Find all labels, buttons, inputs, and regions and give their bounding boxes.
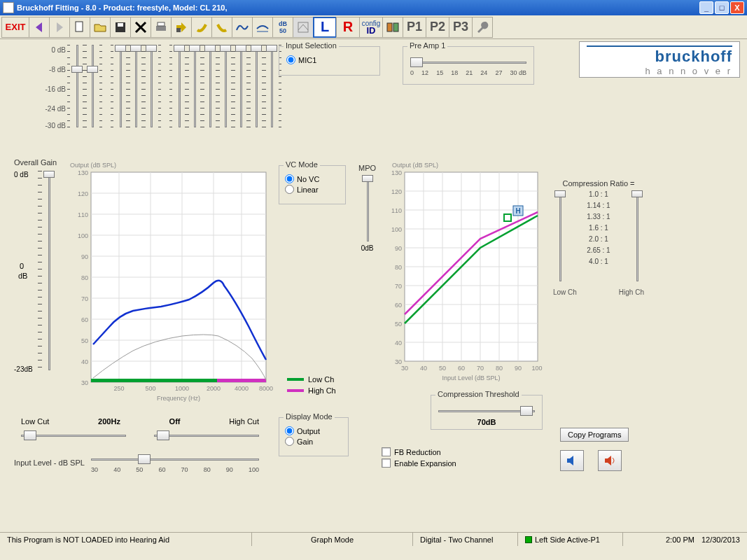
titlebar: Bruckhoff Fitting - 8.0 - Product: frees… — [0, 0, 747, 15]
cut-sliders: Low Cut 200Hz Off High Cut — [21, 417, 259, 442]
eq-slider-12[interactable] — [265, 45, 279, 127]
eq-slider-1[interactable] — [70, 45, 84, 127]
app-icon — [3, 2, 14, 13]
p1-button[interactable]: P1 — [403, 17, 426, 38]
status-channel: Digital - Two Channel — [413, 533, 518, 546]
banana-1-button[interactable] — [191, 17, 212, 38]
main-panel: bruckhoff h a n n o v e r 0 dB -8 dB -16… — [0, 39, 747, 546]
close-button[interactable]: X — [730, 1, 744, 14]
eq-slider-8[interactable] — [203, 45, 217, 127]
eq-slider-10[interactable] — [234, 45, 248, 127]
new-button[interactable] — [69, 17, 90, 38]
input-selection-legend: Input Selection — [284, 41, 339, 50]
svg-text:100: 100 — [531, 365, 542, 372]
output-radio[interactable]: Output — [285, 426, 342, 435]
eq-slider-4[interactable] — [129, 45, 143, 127]
preamp-group: Pre Amp 1 0 12 15 18 21 24 27 30 dB — [403, 46, 534, 85]
window-title: Bruckhoff Fitting - 8.0 - Product: frees… — [17, 4, 228, 12]
compare-button[interactable] — [382, 17, 403, 38]
comp-ratio-high-slider[interactable] — [630, 190, 644, 281]
svg-text:Input Level (dB SPL): Input Level (dB SPL) — [442, 374, 500, 382]
eq-db-labels: 0 dB -8 dB -16 dB -24 dB -30 dB — [42, 46, 66, 130]
comp-threshold-slider[interactable] — [438, 404, 535, 418]
status-date: 12/30/2013 — [701, 536, 740, 544]
svg-rect-43 — [217, 379, 266, 382]
frequency-chart: 130120110 1009080 706050 4030 2505001000… — [70, 165, 273, 403]
options-checks: FB Reduction Enable Expansion — [382, 445, 456, 470]
io-chart: 130120110 1009080 706050 4030 304050 607… — [384, 165, 545, 382]
eq-slider-11[interactable] — [249, 45, 263, 127]
channel-legend: Low Ch High Ch — [287, 375, 336, 395]
overall-gain-slider[interactable] — [42, 171, 56, 370]
gain-radio[interactable]: Gain — [285, 437, 342, 446]
save-button[interactable] — [110, 17, 131, 38]
display-mode-group: Display Mode Output Gain — [279, 417, 349, 456]
maximize-button[interactable]: □ — [715, 1, 729, 14]
eq-slider-5[interactable] — [144, 45, 158, 127]
brand-logo: bruckhoff h a n n o v e r — [579, 41, 740, 78]
preamp-slider[interactable] — [410, 55, 526, 69]
svg-text:60: 60 — [81, 316, 88, 323]
p2-button[interactable]: P2 — [426, 17, 449, 38]
svg-text:130: 130 — [391, 169, 402, 176]
input-selection-group: Input Selection MIC1 — [279, 46, 380, 76]
eq-slider-7[interactable] — [188, 45, 202, 127]
svg-text:4000: 4000 — [235, 385, 249, 392]
low-cut-slider[interactable] — [21, 428, 126, 442]
program-lock-button[interactable] — [171, 17, 192, 38]
input-level-row: Input Level - dB SPL 3040 5060 7080 9010… — [14, 452, 259, 473]
svg-text:100: 100 — [78, 232, 88, 239]
svg-text:H: H — [515, 207, 520, 215]
wrench-button[interactable] — [472, 17, 493, 38]
svg-text:1000: 1000 — [175, 385, 189, 392]
eq-slider-3[interactable] — [113, 45, 127, 127]
svg-rect-42 — [91, 379, 217, 382]
delete-button[interactable] — [130, 17, 151, 38]
open-button[interactable] — [90, 17, 111, 38]
copy-programs-button[interactable]: Copy Programs — [560, 428, 629, 442]
svg-rect-2 — [118, 23, 123, 27]
mpo-slider[interactable] — [361, 175, 375, 241]
back-button[interactable] — [29, 17, 50, 38]
compression-ratio-panel: Compression Ratio = 1.0 : 1 1.14 : 1 1.3… — [553, 179, 644, 296]
svg-text:8000: 8000 — [259, 385, 273, 392]
no-vc-radio[interactable]: No VC — [285, 174, 340, 183]
banana-2-button[interactable] — [211, 17, 232, 38]
config-id-button[interactable]: configID — [359, 17, 383, 38]
enable-expansion-check[interactable]: Enable Expansion — [382, 458, 456, 468]
mic1-radio[interactable]: MIC1 — [286, 55, 372, 64]
curve-2-button[interactable] — [252, 17, 273, 38]
left-ear-button[interactable]: L — [313, 17, 337, 38]
linear-radio[interactable]: Linear — [285, 185, 340, 194]
graph-toggle-button[interactable] — [293, 17, 314, 38]
svg-text:30: 30 — [401, 365, 408, 372]
speaker-right-button[interactable] — [598, 450, 622, 471]
svg-text:50: 50 — [395, 321, 402, 328]
comp-ratio-low-slider[interactable] — [553, 190, 567, 281]
fb-reduction-check[interactable]: FB Reduction — [382, 447, 456, 456]
input-level-slider[interactable] — [91, 452, 259, 466]
minimize-button[interactable]: _ — [699, 1, 713, 14]
svg-text:70: 70 — [477, 365, 484, 372]
curve-1-button[interactable] — [232, 17, 253, 38]
right-ear-button[interactable]: R — [336, 17, 360, 38]
vc-mode-group: VC Mode No VC Linear — [279, 165, 346, 204]
svg-rect-7 — [387, 23, 392, 31]
svg-rect-6 — [298, 22, 308, 32]
print-button[interactable] — [151, 17, 172, 38]
svg-text:130: 130 — [78, 169, 88, 176]
svg-text:Frequency (Hz): Frequency (Hz) — [157, 395, 200, 402]
forward-button[interactable] — [49, 17, 70, 38]
high-cut-slider[interactable] — [154, 428, 259, 442]
svg-text:500: 500 — [145, 385, 155, 392]
comp-threshold-legend: Compression Threshold — [435, 390, 522, 398]
exit-button[interactable]: EXIT — [1, 17, 29, 38]
p3-button[interactable]: P3 — [449, 17, 473, 38]
eq-slider-2[interactable] — [85, 45, 99, 127]
db50-button[interactable]: dB50 — [272, 17, 293, 38]
eq-slider-9[interactable] — [218, 45, 232, 127]
overall-gain-area: Overall Gain 0 dB 0 dB -23dB — [14, 158, 63, 374]
speaker-blue-icon — [565, 454, 579, 468]
speaker-left-button[interactable] — [560, 450, 584, 471]
eq-slider-6[interactable] — [172, 45, 186, 127]
